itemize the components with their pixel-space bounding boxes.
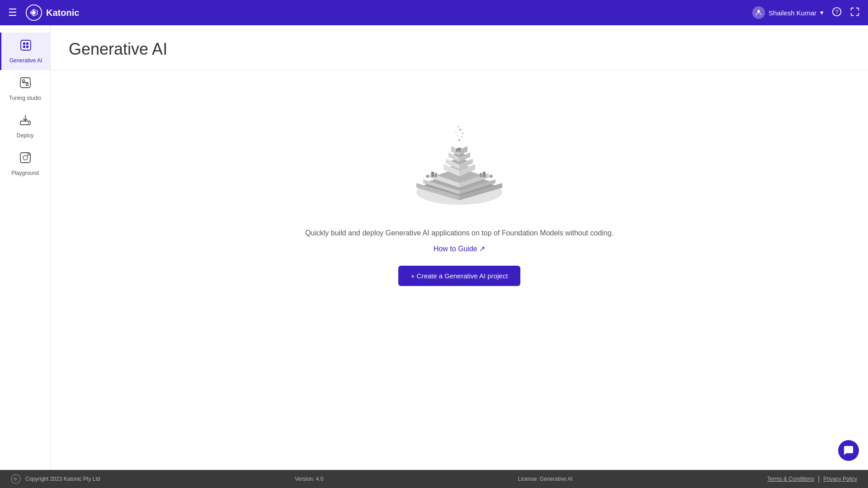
- footer-version: Version: 4.0: [295, 476, 323, 482]
- svg-point-55: [458, 126, 459, 127]
- svg-point-53: [455, 132, 456, 133]
- sidebar-item-deploy[interactable]: Deploy: [0, 108, 50, 145]
- tuning-studio-icon: [19, 76, 32, 92]
- sidebar-label-deploy: Deploy: [17, 132, 33, 139]
- sidebar: Generative AI Tuning studio Deploy: [0, 25, 51, 470]
- top-navigation: ☰ Katonic Shailesh Kumar ▾ ?: [0, 0, 868, 25]
- svg-point-54: [459, 129, 461, 131]
- svg-text:?: ?: [835, 9, 839, 15]
- how-to-guide-link[interactable]: How to Guide ↗: [434, 244, 485, 253]
- privacy-link[interactable]: Privacy Policy: [823, 476, 857, 482]
- sidebar-item-generative-ai[interactable]: Generative AI: [0, 33, 50, 70]
- svg-point-1: [33, 11, 35, 14]
- sidebar-item-playground[interactable]: Playground: [0, 145, 50, 183]
- page-header: Generative AI: [51, 25, 868, 70]
- help-icon[interactable]: ?: [832, 7, 842, 19]
- svg-rect-13: [22, 82, 28, 83]
- terms-link[interactable]: Terms & Conditions: [767, 476, 814, 482]
- svg-rect-35: [480, 173, 482, 177]
- svg-rect-14: [22, 80, 25, 80]
- footer-copyright: Copyright 2023 Katonic Pty Ltd: [25, 476, 100, 482]
- deploy-icon: [19, 114, 32, 130]
- svg-point-17: [28, 122, 29, 124]
- svg-point-50: [461, 136, 462, 138]
- footer-divider: |: [818, 475, 820, 483]
- sidebar-label-generative-ai: Generative AI: [9, 57, 42, 64]
- svg-rect-32: [431, 172, 434, 177]
- footer-license: License: Generative AI: [518, 476, 573, 482]
- sidebar-label-playground: Playground: [11, 170, 39, 176]
- svg-point-20: [28, 153, 30, 155]
- menu-toggle-icon[interactable]: ☰: [8, 7, 17, 19]
- svg-point-52: [462, 133, 464, 134]
- playground-icon: [19, 151, 32, 167]
- content-area: AI Quickly build and deploy Generative A…: [51, 70, 868, 470]
- avatar: [752, 6, 765, 19]
- svg-rect-7: [26, 42, 28, 45]
- svg-text:AI: AI: [456, 148, 460, 153]
- main-description: Quickly build and deploy Generative AI a…: [305, 229, 613, 237]
- sidebar-label-tuning-studio: Tuning studio: [9, 95, 42, 101]
- svg-marker-56: [425, 174, 430, 178]
- svg-point-2: [757, 10, 760, 13]
- svg-rect-5: [21, 40, 31, 50]
- svg-marker-57: [489, 174, 493, 178]
- user-menu[interactable]: Shailesh Kumar ▾: [752, 6, 824, 19]
- svg-point-49: [458, 139, 460, 141]
- generative-ai-icon: [19, 39, 32, 55]
- svg-line-21: [27, 155, 28, 157]
- chat-widget-button[interactable]: [838, 440, 859, 461]
- svg-rect-6: [23, 42, 25, 45]
- svg-rect-34: [483, 172, 486, 177]
- footer: Copyright 2023 Katonic Pty Ltd Version: …: [0, 470, 868, 488]
- sidebar-item-tuning-studio[interactable]: Tuning studio: [0, 70, 50, 108]
- logo: Katonic: [25, 4, 79, 21]
- svg-rect-8: [23, 46, 25, 48]
- fullscreen-icon[interactable]: [850, 7, 860, 19]
- svg-rect-9: [26, 46, 28, 48]
- logo-text: Katonic: [46, 8, 79, 18]
- svg-point-51: [457, 135, 458, 136]
- page-title: Generative AI: [69, 40, 850, 59]
- chevron-down-icon: ▾: [820, 9, 824, 17]
- svg-rect-15: [26, 85, 28, 86]
- main-content: Generative AI: [51, 25, 868, 470]
- svg-rect-18: [20, 153, 30, 163]
- user-name: Shailesh Kumar: [769, 9, 816, 17]
- create-project-button[interactable]: + Create a Generative AI project: [398, 266, 521, 286]
- hero-illustration: AI: [401, 97, 518, 215]
- svg-rect-33: [434, 173, 437, 177]
